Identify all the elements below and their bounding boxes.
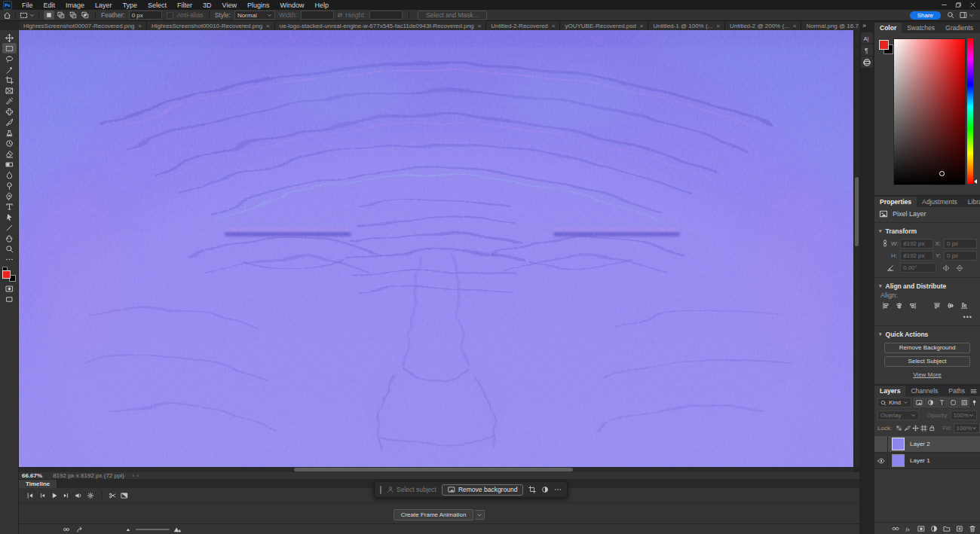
crop-icon[interactable] bbox=[528, 486, 536, 493]
foreground-color-swatch[interactable] bbox=[879, 40, 889, 50]
line-tool[interactable] bbox=[2, 222, 17, 233]
dodge-tool[interactable] bbox=[2, 180, 17, 191]
layer-filter-kind-select[interactable]: Kind bbox=[877, 398, 911, 407]
tab-swatches[interactable]: Swatches bbox=[902, 23, 940, 33]
align-left-icon[interactable] bbox=[880, 301, 891, 310]
document-tab[interactable]: HighresScreenshot00007-Recovered.png× bbox=[19, 21, 147, 30]
link-dimensions-icon[interactable] bbox=[880, 240, 890, 247]
lock-artboard-icon[interactable] bbox=[920, 424, 928, 432]
tab-paths[interactable]: Paths bbox=[943, 386, 970, 396]
lock-move-icon[interactable] bbox=[911, 424, 920, 432]
loop-icon[interactable] bbox=[63, 526, 70, 533]
menu-type[interactable]: Type bbox=[118, 2, 143, 9]
status-menu-icon[interactable]: › bbox=[132, 472, 134, 479]
new-selection-icon[interactable] bbox=[44, 11, 54, 20]
hand-tool[interactable] bbox=[2, 233, 17, 243]
more-options-icon[interactable] bbox=[554, 486, 562, 493]
shortcut-arrow-icon[interactable] bbox=[76, 526, 84, 533]
type-tool[interactable] bbox=[2, 201, 17, 212]
remove-background-button[interactable]: Remove background bbox=[442, 484, 523, 496]
search-icon[interactable] bbox=[947, 11, 954, 19]
more-options-icon[interactable]: ••• bbox=[874, 313, 980, 324]
tab-close-icon[interactable]: × bbox=[266, 23, 270, 29]
lock-paint-icon[interactable] bbox=[903, 424, 911, 432]
character-panel-icon[interactable]: A| bbox=[861, 32, 873, 44]
quick-mask-tool[interactable] bbox=[2, 283, 17, 294]
eraser-tool[interactable] bbox=[2, 148, 17, 159]
foreground-background-colors[interactable] bbox=[2, 267, 16, 282]
type-filter-icon[interactable] bbox=[936, 398, 947, 407]
tab-color[interactable]: Color bbox=[874, 23, 902, 33]
tab-libraries[interactable]: Libraries bbox=[963, 197, 980, 207]
tab-close-icon[interactable]: × bbox=[138, 23, 142, 29]
swap-dimensions-icon[interactable] bbox=[336, 11, 344, 19]
select-subject-button[interactable]: Select subject bbox=[387, 486, 436, 493]
expand-panels-icon[interactable]: » bbox=[859, 21, 874, 32]
tab-close-icon[interactable]: × bbox=[552, 23, 556, 29]
tab-adjustments[interactable]: Adjustments bbox=[917, 197, 963, 207]
zoom-tool[interactable] bbox=[2, 243, 17, 254]
pen-tool[interactable] bbox=[2, 191, 17, 201]
3d-panel-icon[interactable] bbox=[861, 56, 873, 68]
visibility-toggle[interactable] bbox=[874, 436, 888, 452]
anti-alias-checkbox[interactable] bbox=[167, 12, 173, 19]
align-bottom-icon[interactable] bbox=[959, 301, 969, 310]
home-icon[interactable] bbox=[3, 11, 11, 20]
rectangular-marquee-tool[interactable] bbox=[2, 43, 17, 53]
path-selection-tool[interactable] bbox=[2, 212, 17, 222]
lock-transparent-icon[interactable] bbox=[895, 424, 903, 432]
layer-row[interactable]: Layer 1 bbox=[874, 453, 980, 469]
clone-stamp-tool[interactable] bbox=[2, 127, 17, 138]
document-tab[interactable]: HighresScreenshot00010-Recovered.png× bbox=[147, 21, 275, 30]
menu-select[interactable]: Select bbox=[142, 2, 172, 9]
new-layer-icon[interactable] bbox=[955, 524, 964, 533]
blur-tool[interactable] bbox=[2, 169, 17, 180]
lasso-tool[interactable] bbox=[2, 53, 17, 64]
menu-3d[interactable]: 3D bbox=[198, 2, 217, 9]
document-tab[interactable]: Untitled-2-Recovered× bbox=[486, 21, 560, 30]
smart-filter-icon[interactable] bbox=[959, 398, 969, 407]
move-tool[interactable] bbox=[2, 32, 17, 43]
effects-icon[interactable]: fx bbox=[904, 524, 913, 533]
menu-help[interactable]: Help bbox=[310, 2, 335, 9]
adjustment-icon[interactable] bbox=[541, 486, 549, 493]
document-tab[interactable]: ue-logo-stacked-unreal-engine-w-677x545-… bbox=[275, 21, 486, 30]
prev-frame-icon[interactable] bbox=[37, 490, 47, 500]
chevron-down-icon[interactable] bbox=[29, 13, 35, 18]
tab-close-icon[interactable]: × bbox=[640, 23, 644, 29]
menu-image[interactable]: Image bbox=[60, 2, 90, 9]
menu-view[interactable]: View bbox=[217, 2, 242, 9]
transform-height-field[interactable]: 8192 px bbox=[900, 251, 933, 261]
view-more-link[interactable]: View More bbox=[874, 371, 980, 378]
quick-actions-header[interactable]: ▾Quick Actions bbox=[874, 328, 980, 340]
horizontal-scrollbar-thumb[interactable] bbox=[294, 468, 573, 471]
filter-toggle-icon[interactable] bbox=[971, 399, 978, 406]
menu-layer[interactable]: Layer bbox=[90, 2, 118, 9]
workspace-icon[interactable] bbox=[960, 11, 967, 19]
history-brush-tool[interactable] bbox=[2, 138, 17, 148]
minimize-icon[interactable] bbox=[937, 0, 951, 10]
lock-all-icon[interactable] bbox=[928, 424, 936, 432]
style-select[interactable]: Normal bbox=[234, 11, 275, 20]
transform-width-field[interactable]: 8192 px bbox=[900, 239, 933, 249]
foreground-color-swatch[interactable] bbox=[2, 270, 11, 279]
menu-plugins[interactable]: Plugins bbox=[242, 2, 275, 9]
brush-tool[interactable] bbox=[2, 117, 17, 127]
select-and-mask-button[interactable]: Select and Mask... bbox=[418, 11, 487, 20]
play-icon[interactable] bbox=[49, 490, 59, 500]
opacity-select[interactable]: 100% bbox=[951, 410, 977, 420]
tool-preset-marquee-icon[interactable] bbox=[20, 11, 28, 20]
crop-tool[interactable] bbox=[2, 75, 17, 85]
restore-icon[interactable] bbox=[951, 0, 966, 10]
align-center-h-icon[interactable] bbox=[894, 301, 905, 310]
adjustment-icon[interactable] bbox=[929, 524, 939, 533]
tab-channels[interactable]: Channels bbox=[905, 386, 943, 396]
zoom-level[interactable]: 66.67% bbox=[22, 472, 42, 479]
shape-filter-icon[interactable] bbox=[948, 398, 958, 407]
next-frame-icon[interactable] bbox=[61, 490, 71, 500]
tab-timeline[interactable]: Timeline bbox=[19, 480, 57, 488]
vertical-scrollbar-thumb[interactable] bbox=[855, 177, 859, 246]
layer-row[interactable]: Layer 2 bbox=[874, 436, 980, 453]
gradient-tool[interactable] bbox=[2, 159, 17, 169]
frame-tool[interactable] bbox=[2, 85, 17, 96]
